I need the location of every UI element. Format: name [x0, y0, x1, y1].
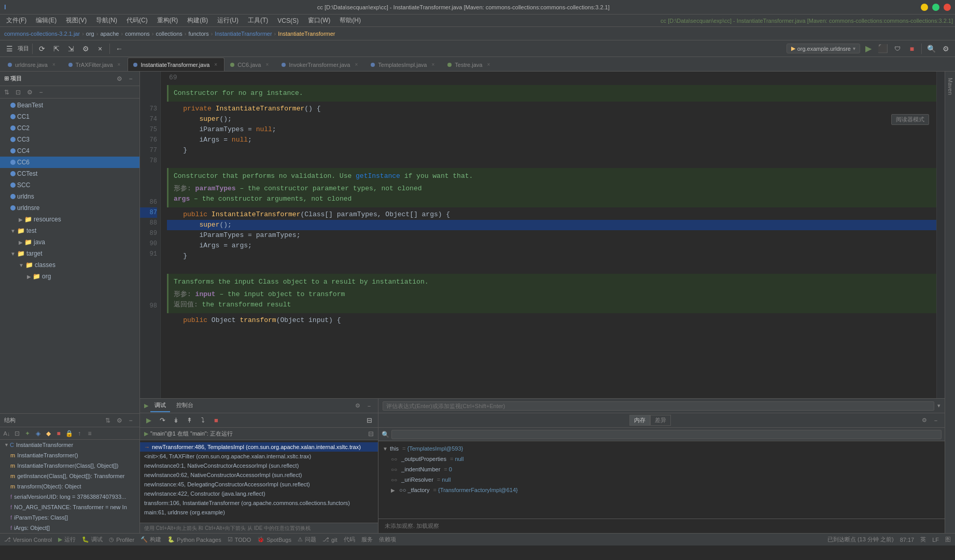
menu-view[interactable]: 视图(V) [62, 15, 91, 26]
struct-item-ctor2[interactable]: m InstantiateTransformer(Class[], Object… [0, 460, 139, 471]
breadcrumb-class[interactable]: InstantiateTransformer [215, 31, 272, 37]
status-python-packages[interactable]: 🐍 Python Packages [167, 536, 221, 543]
expand-all-button[interactable]: ⇲ [65, 43, 77, 55]
struct-btn7[interactable]: 🔒 [64, 429, 74, 438]
tab-close-traxfilter[interactable]: × [116, 61, 122, 68]
tab-close-testre[interactable]: × [485, 61, 491, 68]
run-to-cursor-button[interactable]: ⤵ [197, 415, 208, 426]
minimize-button[interactable] [921, 4, 928, 11]
struct-item-serial[interactable]: f serialVersionUID: long = 3786388740793… [0, 492, 139, 502]
structure-settings[interactable]: ⚙ [115, 416, 124, 425]
breadcrumb-functors[interactable]: functors [189, 31, 209, 37]
debug-settings[interactable]: ⚙ [353, 401, 362, 411]
vars-item-this[interactable]: ▼ this = {TemplatesImpl@593} [378, 443, 945, 454]
vars-tab-diff[interactable]: 差异 [650, 415, 671, 426]
maven-tab[interactable]: Maven [945, 74, 956, 99]
vars-item-outputprops[interactable]: ○○ _outputProperties = null [378, 454, 945, 464]
struct-btn2[interactable]: ⊡ [12, 429, 22, 438]
menu-tools[interactable]: 工具(T) [244, 15, 272, 26]
search-button[interactable]: 🔍 [925, 43, 937, 55]
sidebar-collapse[interactable]: − [126, 74, 135, 83]
code-content[interactable]: 69 Constructor for no arg instance. priv… [161, 72, 936, 398]
close-button[interactable] [944, 4, 951, 11]
status-layout[interactable]: 图 [945, 536, 951, 543]
struct-btn9[interactable]: ≡ [85, 429, 94, 438]
menu-window[interactable]: 窗口(W) [304, 15, 334, 26]
tab-testre[interactable]: Testre.java × [442, 58, 497, 71]
sort-button[interactable]: ⇅ [2, 88, 11, 97]
thread-filter-btn[interactable]: ⊟ [368, 430, 374, 438]
project-view-button[interactable]: ☰ [3, 43, 16, 55]
tree-item-classes[interactable]: ▼ 📁 classes [0, 259, 139, 271]
struct-btn3[interactable]: ✦ [23, 429, 32, 438]
menu-code[interactable]: 代码(C) [122, 15, 152, 26]
breadcrumb-jar[interactable]: commons-collections-3.2.1.jar [4, 31, 80, 37]
debug-tab-debug[interactable]: 调试 [150, 399, 170, 412]
tab-urldnsre[interactable]: urldnsre.java × [2, 58, 63, 71]
tree-item-test[interactable]: ▼ 📁 test [0, 225, 139, 236]
menu-file[interactable]: 文件(F) [2, 15, 31, 26]
status-todo[interactable]: ☑ TODO [228, 536, 251, 543]
step-over-button[interactable]: ↷ [157, 415, 168, 426]
breadcrumb-commons[interactable]: commons [125, 31, 150, 37]
stack-frame-4[interactable]: newInstance:45, DelegatingConstructorAcc… [140, 480, 378, 489]
tree-item-java[interactable]: ▶ 📁 java [0, 236, 139, 248]
vars-tab-count[interactable]: 内存 [629, 415, 650, 426]
menu-help[interactable]: 帮助(H) [335, 15, 365, 26]
tree-item-cc3[interactable]: CC3 [0, 134, 139, 145]
run-button[interactable]: ▶ [862, 43, 875, 55]
status-run[interactable]: ▶ 运行 [58, 536, 76, 543]
breadcrumb-org[interactable]: org [86, 31, 94, 37]
expression-input[interactable] [383, 401, 934, 411]
debug-tab-console[interactable]: 控制台 [172, 399, 198, 412]
coverage-button[interactable]: 🛡 [891, 43, 904, 55]
tree-item-resources[interactable]: ▶ 📁 resources [0, 214, 139, 225]
settings3-button[interactable]: ⚙ [25, 88, 34, 97]
stack-frame-2[interactable]: newInstance0:1, NativeConstructorAccesso… [140, 461, 378, 470]
tab-close-cc6[interactable]: × [264, 61, 270, 68]
tree-item-cctest[interactable]: CCTest [0, 168, 139, 179]
status-git[interactable]: ⎇ git [322, 536, 338, 543]
breadcrumb-collections[interactable]: collections [156, 31, 182, 37]
tab-close-templates[interactable]: × [430, 61, 436, 68]
resume-button[interactable]: ▶ [143, 415, 155, 426]
struct-btn8[interactable]: ↑ [75, 429, 84, 438]
struct-item-iargs[interactable]: f iArgs: Object[] [0, 523, 139, 533]
structure-sort[interactable]: ⇅ [103, 416, 113, 425]
tab-invokertransformer[interactable]: InvokerTransformer.java × [276, 58, 365, 71]
status-lf[interactable]: LF [932, 536, 939, 543]
status-services[interactable]: 服务 [361, 536, 373, 543]
stack-frame-6[interactable]: transform:106, InstantiateTransformer (o… [140, 498, 378, 508]
status-build[interactable]: 🔨 构建 [141, 536, 161, 543]
struct-item-noarg[interactable]: f NO_ARG_INSTANCE: Transformer = new In [0, 502, 139, 512]
stack-frame-1[interactable]: <init>:64, TrAXFilter (com.sun.org.apach… [140, 452, 378, 461]
menu-navigate[interactable]: 导航(N) [92, 15, 121, 26]
run-config-dropdown[interactable]: ▾ [853, 46, 855, 51]
vars-item-tfactory[interactable]: ▶ ○○ _tfactory = {TransformerFactoryImpl… [378, 485, 945, 495]
step-into-button[interactable]: ↡ [170, 415, 181, 426]
tree-item-org[interactable]: ▶ 📁 org [0, 271, 139, 282]
tree-item-cc6[interactable]: CC6 [0, 157, 139, 168]
debug-close[interactable]: − [364, 401, 374, 411]
filter-button[interactable]: ⊟ [363, 415, 375, 426]
close-sidebar-button[interactable]: − [36, 88, 46, 97]
collapse-all-button[interactable]: ⇱ [50, 43, 63, 55]
sidebar-settings[interactable]: ⚙ [115, 74, 124, 83]
vars-item-indentnumber[interactable]: ○○ _indentNumber = 0 [378, 464, 945, 474]
struct-btn6[interactable]: ■ [54, 429, 63, 438]
struct-btn5[interactable]: ◆ [44, 429, 53, 438]
tree-item-target[interactable]: ▼ 📁 target [0, 248, 139, 259]
breadcrumb-member[interactable]: InstantiateTransformer [278, 31, 335, 37]
tree-item-cc1[interactable]: CC1 [0, 111, 139, 122]
settings2-button[interactable]: ⚙ [939, 43, 952, 55]
stop-button[interactable]: ■ [906, 43, 918, 55]
sync-button[interactable]: ⟳ [36, 43, 48, 55]
stack-frame-3[interactable]: newInstance0:62, NativeConstructorAccess… [140, 470, 378, 480]
vars-item-uriresolver[interactable]: ○○ _uriResolver = null [378, 474, 945, 485]
tree-item-urldns[interactable]: urldns [0, 191, 139, 202]
struct-item-class[interactable]: ▼ C InstantiateTransformer [0, 440, 139, 450]
tab-close-instantiate[interactable]: × [213, 61, 219, 68]
close-panel-button[interactable]: × [94, 43, 106, 55]
step-out-button[interactable]: ↟ [184, 415, 195, 426]
tab-templatesimpl[interactable]: TemplatesImpl.java × [365, 58, 442, 71]
